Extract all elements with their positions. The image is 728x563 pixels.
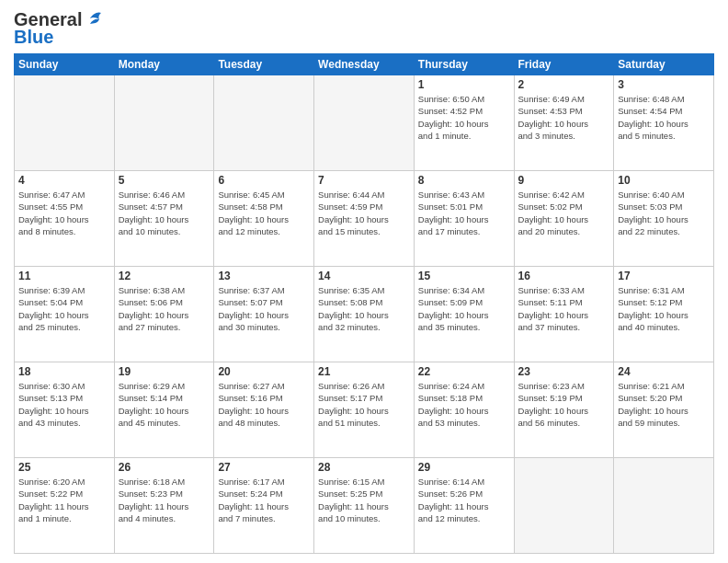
calendar-week-4: 18Sunrise: 6:30 AM Sunset: 5:13 PM Dayli… — [15, 362, 714, 458]
calendar-cell: 15Sunrise: 6:34 AM Sunset: 5:09 PM Dayli… — [414, 267, 514, 362]
calendar-cell: 6Sunrise: 6:45 AM Sunset: 4:58 PM Daylig… — [214, 171, 314, 267]
weekday-header-friday: Friday — [514, 54, 614, 75]
page: General Blue SundayMondayTuesdayWednesda… — [0, 0, 728, 563]
day-info: Sunrise: 6:40 AM Sunset: 5:03 PM Dayligh… — [618, 189, 710, 237]
logo-blue-text: Blue — [14, 27, 53, 48]
day-number: 1 — [418, 78, 510, 91]
day-number: 18 — [18, 365, 110, 378]
day-number: 16 — [518, 270, 610, 282]
day-number: 9 — [518, 174, 610, 187]
day-number: 23 — [518, 365, 610, 378]
calendar-week-1: 1Sunrise: 6:50 AM Sunset: 4:52 PM Daylig… — [15, 75, 714, 171]
day-number: 4 — [18, 174, 110, 187]
calendar-cell: 16Sunrise: 6:33 AM Sunset: 5:11 PM Dayli… — [514, 267, 614, 362]
day-number: 29 — [418, 461, 510, 474]
calendar-cell — [114, 75, 214, 171]
day-number: 20 — [218, 365, 310, 378]
calendar-cell: 27Sunrise: 6:17 AM Sunset: 5:24 PM Dayli… — [214, 458, 314, 554]
day-info: Sunrise: 6:27 AM Sunset: 5:16 PM Dayligh… — [218, 380, 310, 429]
day-info: Sunrise: 6:50 AM Sunset: 4:52 PM Dayligh… — [418, 93, 510, 142]
day-number: 8 — [418, 174, 510, 187]
day-number: 22 — [418, 365, 510, 378]
day-number: 14 — [318, 270, 410, 282]
calendar-cell: 23Sunrise: 6:23 AM Sunset: 5:19 PM Dayli… — [514, 362, 614, 458]
day-info: Sunrise: 6:21 AM Sunset: 5:20 PM Dayligh… — [618, 380, 710, 429]
weekday-header-monday: Monday — [114, 54, 214, 75]
day-number: 5 — [119, 174, 210, 187]
calendar-cell: 28Sunrise: 6:15 AM Sunset: 5:25 PM Dayli… — [314, 458, 415, 554]
day-info: Sunrise: 6:44 AM Sunset: 4:59 PM Dayligh… — [318, 189, 410, 237]
weekday-header-tuesday: Tuesday — [214, 54, 314, 75]
day-number: 3 — [618, 78, 710, 91]
day-info: Sunrise: 6:35 AM Sunset: 5:08 PM Dayligh… — [318, 284, 410, 333]
calendar-cell — [614, 458, 714, 554]
day-info: Sunrise: 6:31 AM Sunset: 5:12 PM Dayligh… — [618, 284, 710, 333]
calendar-cell: 12Sunrise: 6:38 AM Sunset: 5:06 PM Dayli… — [114, 267, 214, 362]
day-number: 11 — [18, 270, 110, 282]
day-number: 27 — [218, 461, 310, 474]
weekday-header-wednesday: Wednesday — [314, 54, 415, 75]
calendar-cell — [15, 75, 115, 171]
weekday-header-sunday: Sunday — [15, 54, 115, 75]
day-number: 26 — [119, 461, 210, 474]
calendar-week-2: 4Sunrise: 6:47 AM Sunset: 4:55 PM Daylig… — [15, 171, 714, 267]
day-info: Sunrise: 6:45 AM Sunset: 4:58 PM Dayligh… — [218, 189, 310, 237]
day-info: Sunrise: 6:49 AM Sunset: 4:53 PM Dayligh… — [518, 93, 610, 142]
calendar-cell: 18Sunrise: 6:30 AM Sunset: 5:13 PM Dayli… — [15, 362, 115, 458]
calendar-cell: 21Sunrise: 6:26 AM Sunset: 5:17 PM Dayli… — [314, 362, 415, 458]
day-number: 19 — [119, 365, 210, 378]
day-info: Sunrise: 6:24 AM Sunset: 5:18 PM Dayligh… — [418, 380, 510, 429]
day-info: Sunrise: 6:17 AM Sunset: 5:24 PM Dayligh… — [218, 476, 310, 524]
day-info: Sunrise: 6:29 AM Sunset: 5:14 PM Dayligh… — [119, 380, 210, 429]
calendar-week-3: 11Sunrise: 6:39 AM Sunset: 5:04 PM Dayli… — [15, 267, 714, 362]
calendar-cell: 13Sunrise: 6:37 AM Sunset: 5:07 PM Dayli… — [214, 267, 314, 362]
day-info: Sunrise: 6:23 AM Sunset: 5:19 PM Dayligh… — [518, 380, 610, 429]
calendar-cell: 1Sunrise: 6:50 AM Sunset: 4:52 PM Daylig… — [414, 75, 514, 171]
calendar-header-row: SundayMondayTuesdayWednesdayThursdayFrid… — [15, 54, 714, 75]
calendar-cell: 29Sunrise: 6:14 AM Sunset: 5:26 PM Dayli… — [414, 458, 514, 554]
calendar-table: SundayMondayTuesdayWednesdayThursdayFrid… — [14, 53, 714, 554]
weekday-header-thursday: Thursday — [414, 54, 514, 75]
calendar-cell: 4Sunrise: 6:47 AM Sunset: 4:55 PM Daylig… — [15, 171, 115, 267]
calendar-cell: 20Sunrise: 6:27 AM Sunset: 5:16 PM Dayli… — [214, 362, 314, 458]
calendar-cell: 2Sunrise: 6:49 AM Sunset: 4:53 PM Daylig… — [514, 75, 614, 171]
day-number: 25 — [18, 461, 110, 474]
day-number: 28 — [318, 461, 410, 474]
day-info: Sunrise: 6:20 AM Sunset: 5:22 PM Dayligh… — [18, 476, 110, 524]
day-number: 21 — [318, 365, 410, 378]
day-info: Sunrise: 6:37 AM Sunset: 5:07 PM Dayligh… — [218, 284, 310, 333]
day-number: 13 — [218, 270, 310, 282]
calendar-cell: 8Sunrise: 6:43 AM Sunset: 5:01 PM Daylig… — [414, 171, 514, 267]
day-number: 24 — [618, 365, 710, 378]
calendar-week-5: 25Sunrise: 6:20 AM Sunset: 5:22 PM Dayli… — [15, 458, 714, 554]
day-number: 10 — [618, 174, 710, 187]
calendar-cell — [314, 75, 415, 171]
day-info: Sunrise: 6:42 AM Sunset: 5:02 PM Dayligh… — [518, 189, 610, 237]
calendar-cell: 26Sunrise: 6:18 AM Sunset: 5:23 PM Dayli… — [114, 458, 214, 554]
weekday-header-saturday: Saturday — [614, 54, 714, 75]
day-info: Sunrise: 6:33 AM Sunset: 5:11 PM Dayligh… — [518, 284, 610, 333]
day-info: Sunrise: 6:30 AM Sunset: 5:13 PM Dayligh… — [18, 380, 110, 429]
day-number: 12 — [119, 270, 210, 282]
calendar-cell: 19Sunrise: 6:29 AM Sunset: 5:14 PM Dayli… — [114, 362, 214, 458]
day-info: Sunrise: 6:43 AM Sunset: 5:01 PM Dayligh… — [418, 189, 510, 237]
day-info: Sunrise: 6:34 AM Sunset: 5:09 PM Dayligh… — [418, 284, 510, 333]
calendar-cell: 25Sunrise: 6:20 AM Sunset: 5:22 PM Dayli… — [15, 458, 115, 554]
calendar-cell: 10Sunrise: 6:40 AM Sunset: 5:03 PM Dayli… — [614, 171, 714, 267]
logo-bird-icon — [85, 11, 105, 29]
day-info: Sunrise: 6:39 AM Sunset: 5:04 PM Dayligh… — [18, 284, 110, 333]
day-info: Sunrise: 6:47 AM Sunset: 4:55 PM Dayligh… — [18, 189, 110, 237]
logo: General Blue — [14, 9, 105, 48]
day-number: 2 — [518, 78, 610, 91]
calendar-cell: 11Sunrise: 6:39 AM Sunset: 5:04 PM Dayli… — [15, 267, 115, 362]
day-info: Sunrise: 6:18 AM Sunset: 5:23 PM Dayligh… — [119, 476, 210, 524]
day-info: Sunrise: 6:14 AM Sunset: 5:26 PM Dayligh… — [418, 476, 510, 524]
day-info: Sunrise: 6:48 AM Sunset: 4:54 PM Dayligh… — [618, 93, 710, 142]
calendar-cell: 7Sunrise: 6:44 AM Sunset: 4:59 PM Daylig… — [314, 171, 415, 267]
calendar-cell: 22Sunrise: 6:24 AM Sunset: 5:18 PM Dayli… — [414, 362, 514, 458]
calendar-cell: 17Sunrise: 6:31 AM Sunset: 5:12 PM Dayli… — [614, 267, 714, 362]
day-number: 15 — [418, 270, 510, 282]
calendar-cell: 5Sunrise: 6:46 AM Sunset: 4:57 PM Daylig… — [114, 171, 214, 267]
day-number: 17 — [618, 270, 710, 282]
calendar-cell: 14Sunrise: 6:35 AM Sunset: 5:08 PM Dayli… — [314, 267, 415, 362]
